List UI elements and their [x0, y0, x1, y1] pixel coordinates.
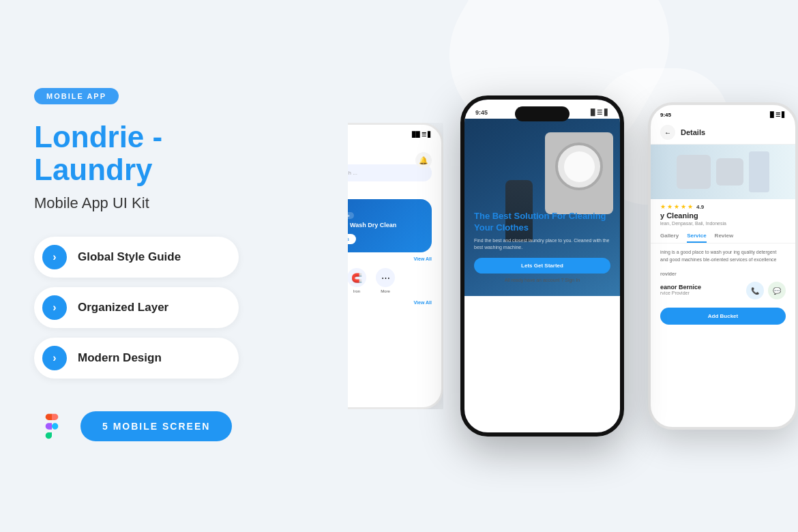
place-address: lean, Denpasar, Bali, Indonesia: [651, 221, 795, 230]
star-5: ★: [688, 203, 693, 210]
categories-title: ories: [319, 256, 331, 263]
hero-title: The Best Solution For Cleaning Your Clot…: [474, 211, 610, 234]
promo-tag: nited Time: [327, 212, 354, 219]
left-panel: MOBILE APP Londrie - Laundry Mobile App …: [0, 0, 286, 532]
feature-label-organized-layer: Organized Layer: [78, 301, 168, 314]
tab-service[interactable]: Service: [687, 230, 706, 243]
more-label: More: [381, 289, 390, 293]
feature-item-organized-layer[interactable]: › Organized Layer: [34, 287, 239, 328]
phone-main: 9:45 ▉ ☰ ▋ The Best Solution Fo: [460, 95, 624, 437]
rating-row: ★ ★ ★ ★ ★ 4.9: [651, 199, 795, 211]
feature-label-modern-design: Modern Design: [78, 351, 162, 365]
screen-count-badge: 5 MOBILE SCREEN: [80, 411, 232, 441]
phone-partial: 9:45 ▉▉ ☰ ▋ tion ndonesia 🔔 🔍 earch ... …: [307, 123, 443, 409]
shelf-visual: [749, 151, 769, 192]
near-laundry-title: ar Laundry: [319, 300, 346, 306]
tab-review[interactable]: Review: [715, 230, 734, 243]
laundry-machine-visual: [545, 132, 613, 214]
promo-card: nited Time 30% on Wash Dry Clean Details: [319, 199, 432, 252]
category-dry-clean[interactable]: 👕 Dry Clean: [319, 268, 338, 293]
figma-logo: [34, 409, 70, 444]
location-label: tion: [319, 145, 432, 149]
feature-label-global-style: Global Style Guide: [78, 250, 181, 264]
promo-details-button[interactable]: Details: [327, 234, 356, 244]
bottom-row: 5 MOBILE SCREEN: [34, 409, 252, 444]
place-name: y Cleaning: [651, 211, 795, 221]
details-description: ining is a good place to wash your ing q…: [651, 243, 795, 269]
feature-arrow-icon-3: ›: [42, 346, 67, 370]
category-iron[interactable]: 🧲 Iron: [347, 268, 366, 293]
details-tabs: Gallery Service Review: [651, 230, 795, 243]
main-signal-icons: ▉ ☰ ▋: [591, 109, 609, 116]
machine-mini-1: [677, 155, 711, 189]
categories-view-all[interactable]: View All: [414, 256, 432, 263]
star-2: ★: [667, 203, 673, 210]
page-title: Londrie - Laundry: [34, 121, 252, 187]
more-icon: ⋯: [376, 268, 395, 287]
provider-sub: rvice Provider: [660, 291, 701, 295]
tab-gallery[interactable]: Gallery: [660, 230, 679, 243]
category-icons-row: 👕 Dry Clean 🧲 Iron ⋯ More: [309, 265, 441, 296]
machine-mini-2: [716, 158, 743, 186]
iron-icon: 🧲: [347, 268, 366, 287]
promo-title: 30% on Wash Dry Clean: [327, 222, 424, 228]
search-bar[interactable]: 🔍 earch ...: [319, 164, 432, 181]
phone-notch: [515, 106, 570, 121]
categories-header: ories View All: [309, 252, 441, 265]
phone-screen: 9:45 ▉ ☰ ▋ The Best Solution Fo: [464, 100, 620, 432]
add-bucket-button[interactable]: Add Bucket: [660, 308, 786, 325]
location-value: ndonesia: [319, 149, 432, 156]
machine-door-inner: [564, 151, 595, 182]
feature-arrow-icon-2: ›: [42, 295, 67, 320]
second-status-bar: 9:45 ▉ ☰ ▋: [651, 105, 795, 121]
second-signal: ▉ ☰ ▋: [770, 112, 786, 118]
star-3: ★: [674, 203, 679, 210]
hero-section: The Best Solution For Cleaning Your Clot…: [464, 119, 620, 296]
category-more[interactable]: ⋯ More: [376, 268, 395, 293]
partial-time: 9:45: [319, 132, 329, 138]
provider-info: eanor Bernice rvice Provider: [660, 284, 701, 295]
second-time: 9:45: [660, 112, 671, 118]
star-4: ★: [681, 203, 686, 210]
rating-number: 4.9: [696, 204, 704, 210]
main-time: 9:45: [475, 109, 488, 116]
details-header: ← Details: [651, 121, 795, 145]
bell-icon[interactable]: 🔔: [415, 152, 432, 168]
contact-buttons: 📞 💬: [746, 282, 786, 299]
chat-button[interactable]: 💬: [768, 282, 786, 299]
provider-name: eanor Bernice: [660, 284, 701, 291]
for-you-label: al For You: [309, 186, 441, 199]
mobile-app-badge: MOBILE APP: [34, 88, 119, 104]
dry-clean-icon: 👕: [319, 268, 338, 287]
search-icon: 🔍: [327, 170, 334, 176]
hero-desc: Find the best and closest laundry place …: [474, 237, 610, 251]
near-view-all[interactable]: View All: [414, 300, 432, 306]
page-subtitle: Mobile App UI Kit: [34, 194, 252, 212]
feature-list: › Global Style Guide › Organized Layer ›…: [34, 237, 252, 379]
provider-section: rovider eanor Bernice rvice Provider 📞 💬: [651, 269, 795, 302]
signin-text[interactable]: All ready have an account ? Sign In: [474, 278, 610, 282]
details-machines: [677, 151, 769, 192]
feature-item-global-style[interactable]: › Global Style Guide: [34, 237, 239, 278]
feature-arrow-icon-1: ›: [42, 245, 67, 269]
details-image: [651, 145, 795, 199]
details-laundry-bg: [651, 145, 795, 199]
star-1: ★: [660, 203, 666, 210]
partial-status-bar: 9:45 ▉▉ ☰ ▋: [309, 125, 441, 141]
phone-second: 9:45 ▉ ☰ ▋ ← Details ★ ★ ★: [648, 102, 798, 430]
machine-door: [555, 143, 603, 190]
phone-button[interactable]: 📞: [746, 282, 764, 299]
back-button[interactable]: ←: [660, 125, 675, 140]
get-started-button[interactable]: Lets Get Started: [474, 258, 610, 274]
partial-signal: ▉▉ ☰ ▋: [412, 132, 432, 138]
hero-text-block: The Best Solution For Cleaning Your Clot…: [474, 211, 610, 282]
right-panel: 9:45 ▉▉ ☰ ▋ tion ndonesia 🔔 🔍 earch ... …: [286, 0, 798, 532]
provider-row: eanor Bernice rvice Provider 📞 💬: [660, 279, 786, 299]
feature-item-modern-design[interactable]: › Modern Design: [34, 338, 239, 379]
provider-label: rovider: [660, 271, 786, 276]
search-placeholder: earch ...: [338, 170, 357, 176]
page-container: MOBILE APP Londrie - Laundry Mobile App …: [0, 0, 798, 532]
near-laundry-header: ar Laundry View All: [309, 296, 441, 309]
dry-clean-label: Dry Clean: [319, 289, 338, 293]
details-title: Details: [681, 128, 705, 136]
